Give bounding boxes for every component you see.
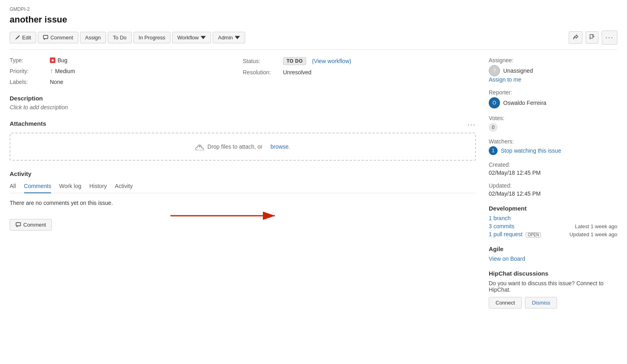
open-badge: OPEN (526, 232, 541, 237)
in-progress-button[interactable]: In Progress (133, 32, 170, 43)
votes-badge: 0 (489, 123, 498, 132)
comment-button[interactable]: Comment (38, 32, 78, 43)
avatar: ? (489, 65, 500, 76)
activity-tabs: All Comments Work log History Activity (10, 180, 476, 193)
description-placeholder[interactable]: Click to add description (10, 104, 476, 110)
agile-title: Agile (489, 245, 617, 252)
todo-button[interactable]: To Do (108, 32, 132, 43)
svg-rect-3 (16, 223, 20, 226)
labels-value: None (50, 79, 63, 85)
flag-button[interactable] (586, 31, 598, 44)
add-comment-button[interactable]: Comment (10, 219, 52, 231)
status-label: Status: (243, 58, 283, 64)
toolbar: Edit Comment Assign To Do In Progress Wo… (10, 31, 617, 50)
status-value: TO DO (View workflow) (283, 57, 351, 65)
hipchat-desc: Do you want to discuss this issue? Conne… (489, 280, 617, 293)
resolution-row: Resolution: Unresolved (243, 69, 476, 76)
reporter-section: Reporter: O Oswaldo Ferreira (489, 89, 617, 108)
development-title: Development (489, 205, 617, 212)
main-layout: Type: ■ Bug Priority: ↑ Medium (10, 57, 617, 309)
type-value: ■ Bug (50, 57, 68, 63)
upload-icon (195, 143, 204, 150)
assignee-value: Unassigned (503, 67, 533, 74)
tab-history[interactable]: History (89, 180, 107, 193)
status-badge: TO DO (283, 57, 306, 65)
tab-all[interactable]: All (10, 180, 16, 193)
watchers-row: 1 Stop watching this issue (489, 146, 617, 155)
type-label: Type: (10, 57, 50, 63)
updated-label: Updated: (489, 182, 617, 189)
no-comments-text: There are no comments yet on this issue. (10, 200, 476, 206)
assignee-section: Assignee: ? Unassigned Assign to me (489, 57, 617, 83)
issue-title: another issue (10, 14, 617, 25)
activity-content: There are no comments yet on this issue. (10, 200, 476, 206)
activity-title: Activity (10, 170, 476, 177)
status-row: Status: TO DO (View workflow) (243, 57, 476, 65)
resolution-value: Unresolved (283, 69, 311, 76)
hipchat-buttons: Connect Dismiss (489, 297, 617, 309)
meta-section: Type: ■ Bug Priority: ↑ Medium (10, 57, 476, 85)
tab-comments[interactable]: Comments (24, 180, 51, 193)
tab-worklog[interactable]: Work log (59, 180, 81, 193)
edit-button[interactable]: Edit (10, 32, 36, 43)
resolution-label: Resolution: (243, 69, 283, 76)
pull-request-link[interactable]: 1 pull request (489, 231, 522, 237)
commits-row: 3 commits Latest 1 week ago (489, 223, 617, 229)
chevron-down-icon (201, 35, 206, 40)
meta-left: Type: ■ Bug Priority: ↑ Medium (10, 57, 243, 85)
workflow-button[interactable]: Workflow (172, 32, 211, 43)
labels-row: Labels: None (10, 79, 243, 85)
priority-label: Priority: (10, 68, 50, 74)
votes-section: Votes: 0 (489, 115, 617, 132)
browse-link[interactable]: browse. (270, 143, 290, 150)
priority-row: Priority: ↑ Medium (10, 67, 243, 75)
comment-icon (43, 35, 48, 40)
main-content: Type: ■ Bug Priority: ↑ Medium (10, 57, 489, 309)
reporter-label: Reporter: (489, 89, 617, 96)
svg-rect-0 (43, 35, 48, 39)
branch-latest: Latest 1 week ago (575, 223, 617, 229)
description-title: Description (10, 95, 476, 102)
created-label: Created: (489, 162, 617, 168)
pencil-icon (15, 35, 20, 40)
commits-link[interactable]: 3 commits (489, 223, 514, 229)
sidebar: Assignee: ? Unassigned Assign to me Repo… (489, 57, 617, 309)
reporter-avatar: O (489, 97, 500, 108)
reporter-row: O Oswaldo Ferreira (489, 97, 617, 108)
view-on-board-link[interactable]: View on Board (489, 256, 525, 262)
branch-row: 1 branch (489, 215, 617, 221)
attachments-title: Attachments (10, 120, 46, 127)
assign-to-me-link[interactable]: Assign to me (489, 76, 521, 83)
tab-activity[interactable]: Activity (115, 180, 133, 193)
drop-text: Drop files to attach, or (207, 143, 262, 150)
attachments-more-button[interactable]: ··· (467, 121, 476, 129)
pull-request-row: 1 pull request OPEN Updated 1 week ago (489, 231, 617, 237)
description-section: Description Click to add description (10, 95, 476, 110)
watchers-count: 1 (489, 146, 498, 155)
drop-zone[interactable]: Drop files to attach, or browse. (10, 133, 476, 161)
share-button[interactable] (569, 31, 582, 44)
bug-icon: ■ (50, 57, 55, 63)
reporter-value: Oswaldo Ferreira (503, 100, 546, 106)
share-icon (572, 34, 579, 40)
view-workflow-link[interactable]: (View workflow) (312, 58, 351, 64)
created-value: 02/May/18 12:45 PM (489, 170, 541, 176)
assign-button[interactable]: Assign (80, 32, 106, 43)
branch-link[interactable]: 1 branch (489, 215, 510, 221)
priority-value: ↑ Medium (50, 67, 75, 75)
assignee-label: Assignee: (489, 57, 617, 63)
flag-icon (589, 34, 595, 40)
chevron-down-icon-2 (235, 35, 240, 40)
connect-button[interactable]: Connect (489, 297, 522, 309)
more-options-button[interactable]: ··· (602, 31, 617, 45)
watchers-label: Watchers: (489, 138, 617, 145)
dismiss-button[interactable]: Dismiss (525, 297, 557, 309)
stop-watching-link[interactable]: Stop watching this issue (501, 147, 561, 154)
assignee-row: ? Unassigned (489, 65, 617, 76)
watchers-section: Watchers: 1 Stop watching this issue (489, 138, 617, 155)
pull-updated: Updated 1 week ago (570, 231, 617, 237)
meta-right: Status: TO DO (View workflow) Resolution… (243, 57, 476, 85)
admin-button[interactable]: Admin (213, 32, 245, 43)
activity-section: Activity All Comments Work log History A… (10, 170, 476, 231)
toolbar-right: ··· (569, 31, 617, 45)
